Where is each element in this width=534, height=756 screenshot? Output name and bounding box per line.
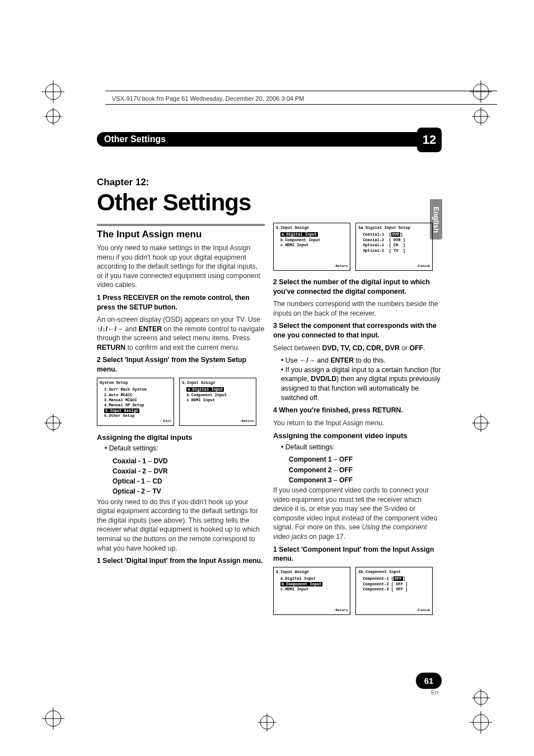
body-text: You only need to do this if you didn't h… [97, 497, 265, 553]
osd-system-setup: System Setup 1.Surr Back System 2.Auto M… [97, 378, 174, 426]
body-text: You return to the Input Assign menu. [273, 419, 441, 428]
chapter-label: Chapter 12: [97, 177, 149, 188]
osd-input-assign-3: 5.Input Assign a.Digital Input b.Compone… [273, 567, 350, 615]
default-setting: Optical - 1 – CD [113, 477, 265, 486]
page-header-meta: VSX-917V.book.fm Page 61 Wednesday, Dece… [112, 95, 304, 102]
crop-mark-icon [466, 412, 496, 434]
body-text: If you used component video cords to con… [273, 486, 441, 542]
body-text: The numbers correspond with the numbers … [273, 299, 441, 318]
default-setting: Component 2 – OFF [289, 466, 441, 475]
chapter-title: Other Settings [97, 189, 251, 216]
page-language: En [431, 689, 438, 696]
crop-mark-icon [252, 711, 282, 734]
header-rule-2 [105, 104, 497, 105]
page-number-badge: 61 [416, 673, 442, 689]
default-setting: Component 1 – OFF [289, 455, 441, 464]
section-title: Other Settings [104, 134, 166, 144]
body-text: You only need to make settings in the In… [97, 243, 265, 290]
bullet: Default settings: [281, 443, 441, 452]
crop-mark-icon [38, 412, 68, 434]
bullet: Default settings: [105, 444, 265, 453]
osd-input-assign: 5.Input Assign a.Digital Input b.Compone… [179, 378, 256, 426]
osd-input-assign-2: 5.Input Assign a.Digital Input b.Compone… [273, 223, 350, 271]
default-setting: Component 3 – OFF [289, 476, 441, 485]
heading-input-assign: The Input Assign menu [97, 228, 265, 241]
default-setting: Optical - 2 – TV [113, 487, 265, 496]
crop-mark-icon [38, 81, 68, 128]
bullet: If you assign a digital input to a certa… [281, 365, 441, 402]
step-1c: 1 Select 'Component Input' from the Inpu… [273, 545, 441, 564]
step-2b: 2 Select the number of the digital input… [273, 278, 441, 296]
osd-digital-input-setup: 5a.Digital Input Setup Coaxial-1 [DVD] C… [355, 223, 433, 271]
heading-component-inputs: Assigning the component video inputs [273, 431, 441, 441]
crop-mark-icon [38, 703, 68, 734]
osd-component-input: 5b.Component Input Component-1 [OFF] Com… [355, 567, 433, 615]
step-4: 4 When you're finished, press RETURN. [273, 406, 441, 415]
crop-mark-icon [466, 687, 496, 734]
step-1b: 1 Select 'Digital Input' from the Input … [97, 556, 265, 566]
heading-digital-inputs: Assigning the digital inputs [97, 433, 265, 443]
step-2: 2 Select 'Input Assign' from the System … [97, 355, 265, 374]
divider [97, 224, 265, 226]
bullet: Use ←/→ and ENTER to do this. [281, 356, 441, 365]
chapter-number-badge: 12 [417, 128, 442, 152]
default-setting: Coaxial - 2 – DVR [113, 467, 265, 476]
header-rule [105, 91, 497, 91]
body-text: An on-screen display (OSD) appears on yo… [97, 315, 265, 352]
body-text: Select between DVD, TV, CD, CDR, DVR or … [273, 344, 441, 353]
step-1: 1 Press RECEIVER on the remote control, … [97, 293, 265, 312]
step-3: 3 Select the component that corresponds … [273, 321, 441, 340]
default-setting: Coaxial - 1 – DVD [113, 457, 265, 466]
